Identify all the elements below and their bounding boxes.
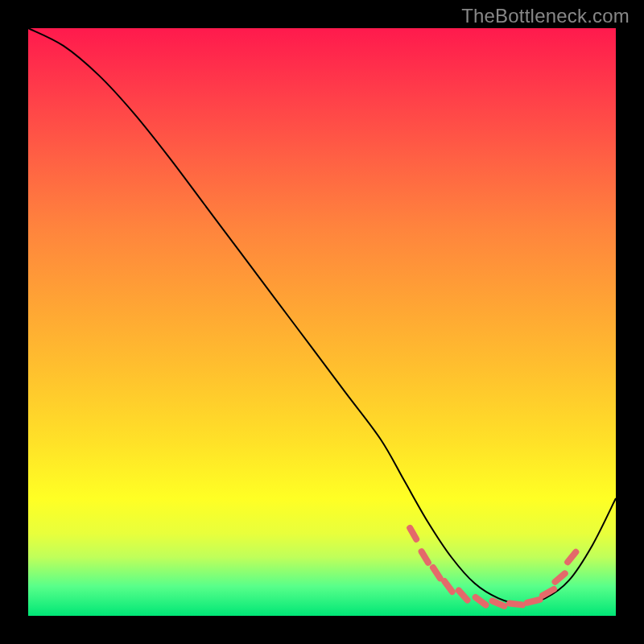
optimal-dash [433,568,440,578]
optimal-dash [493,601,505,605]
optimal-dash [527,600,540,603]
optimal-dash [476,597,486,605]
optimal-dash [410,528,416,539]
chart-svg [28,28,616,616]
optimal-dash [422,551,428,563]
bottleneck-curve [28,28,616,604]
optimal-dash [459,590,468,600]
optimal-dash [555,573,565,581]
watermark-label: TheBottleneck.com [461,5,630,27]
chart-plot-area [28,28,616,616]
optimal-band-markers [410,528,576,606]
optimal-dash [444,581,452,592]
optimal-dash [510,603,522,605]
chart-frame: TheBottleneck.com [0,0,644,644]
optimal-dash [568,552,576,562]
